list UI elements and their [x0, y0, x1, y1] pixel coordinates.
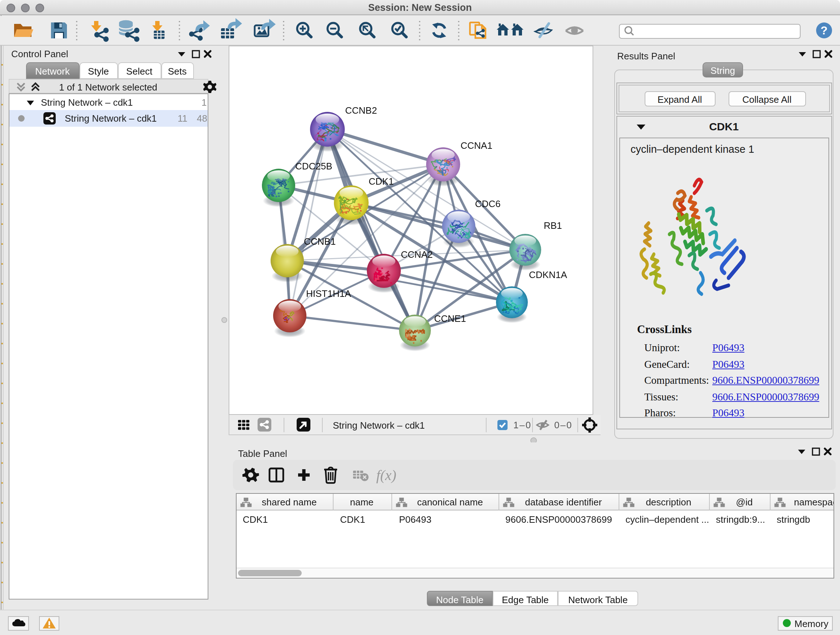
- svg-text:CCNB2: CCNB2: [345, 105, 377, 116]
- svg-text:f(x): f(x): [376, 467, 396, 483]
- svg-text:CDKN1A: CDKN1A: [529, 269, 567, 280]
- svg-text:CDC25B: CDC25B: [295, 161, 332, 172]
- svg-text:CCNB1: CCNB1: [304, 236, 336, 247]
- svg-text:?: ?: [821, 24, 828, 37]
- svg-text:RB1: RB1: [544, 220, 562, 231]
- svg-text:0 – 0: 0 – 0: [554, 420, 572, 431]
- svg-text:CCNA2: CCNA2: [401, 249, 433, 260]
- svg-text:CDC6: CDC6: [475, 198, 501, 209]
- svg-text:CCNA1: CCNA1: [461, 140, 493, 151]
- svg-text:CDK1: CDK1: [369, 176, 393, 187]
- svg-text:HIST1H1A: HIST1H1A: [306, 288, 351, 299]
- svg-text:1 – 0: 1 – 0: [513, 420, 531, 431]
- svg-text:CCNE1: CCNE1: [434, 313, 466, 324]
